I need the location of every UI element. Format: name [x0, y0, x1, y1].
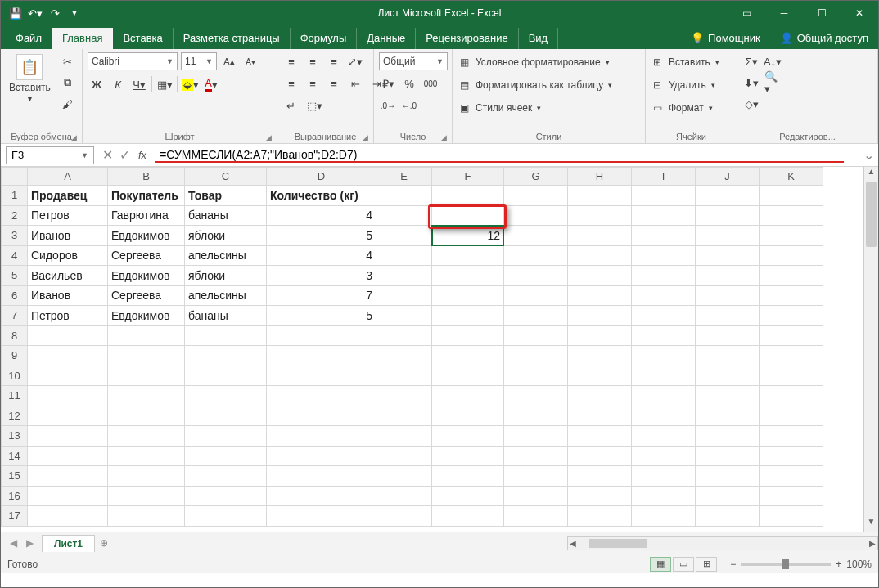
- cell-G4[interactable]: [504, 245, 568, 266]
- cut-icon[interactable]: ✂: [59, 52, 77, 70]
- cell-C5[interactable]: яблоки: [185, 266, 267, 286]
- insert-cells-button[interactable]: ⊞Вставить▾: [651, 52, 719, 72]
- cell-E3[interactable]: [376, 226, 432, 246]
- cell-E16[interactable]: [376, 486, 432, 506]
- cell-C16[interactable]: [185, 486, 267, 506]
- cell-F12[interactable]: [432, 406, 504, 426]
- chevron-down-icon[interactable]: ▼: [433, 57, 444, 65]
- cell-B14[interactable]: [108, 446, 185, 466]
- fx-icon[interactable]: fx: [138, 149, 155, 161]
- cell-H13[interactable]: [568, 426, 632, 447]
- cell-B3[interactable]: Евдокимов: [108, 226, 185, 246]
- cell-C13[interactable]: [185, 426, 267, 447]
- col-header-G[interactable]: G: [504, 168, 568, 186]
- cell-G1[interactable]: [504, 186, 568, 206]
- borders-icon[interactable]: ▦▾: [156, 75, 174, 93]
- cell-G14[interactable]: [504, 446, 568, 466]
- undo-icon[interactable]: ↶▾: [27, 5, 43, 21]
- cell-I12[interactable]: [632, 406, 696, 426]
- fill-color-icon[interactable]: ⬙▾: [181, 75, 199, 93]
- cell-E7[interactable]: [376, 306, 432, 326]
- increase-decimal-icon[interactable]: .0→: [379, 97, 397, 114]
- cell-E14[interactable]: [376, 446, 432, 466]
- cell-J13[interactable]: [696, 426, 760, 447]
- cell-G3[interactable]: [504, 226, 568, 246]
- cell-B9[interactable]: [108, 346, 185, 366]
- save-icon[interactable]: 💾: [7, 5, 24, 21]
- cell-I5[interactable]: [632, 266, 696, 286]
- cell-K3[interactable]: [760, 226, 823, 246]
- cell-A15[interactable]: [28, 466, 108, 487]
- new-sheet-icon[interactable]: ⊕: [95, 537, 113, 549]
- cell-I4[interactable]: [632, 245, 696, 266]
- cell-J1[interactable]: [696, 186, 760, 206]
- cell-A8[interactable]: [28, 325, 108, 346]
- cell-G16[interactable]: [504, 486, 568, 506]
- cell-J14[interactable]: [696, 446, 760, 466]
- cell-I16[interactable]: [632, 486, 696, 506]
- cell-K6[interactable]: [760, 285, 823, 306]
- cell-H16[interactable]: [568, 486, 632, 506]
- find-select-icon[interactable]: 🔍▾: [764, 74, 782, 92]
- cell-K11[interactable]: [760, 386, 823, 406]
- paste-button[interactable]: 📋 Вставить ▼: [6, 52, 54, 105]
- align-left-icon[interactable]: ≡: [282, 74, 300, 92]
- cell-H10[interactable]: [568, 366, 632, 386]
- cell-K13[interactable]: [760, 426, 823, 447]
- cell-E17[interactable]: [376, 506, 432, 527]
- expand-formula-bar-icon[interactable]: ⌄: [863, 147, 878, 163]
- scroll-down-icon[interactable]: ▼: [864, 517, 878, 532]
- cell-K7[interactable]: [760, 306, 823, 326]
- cell-C2[interactable]: бананы: [185, 205, 267, 226]
- cell-K9[interactable]: [760, 346, 823, 366]
- cell-G12[interactable]: [504, 406, 568, 426]
- cell-A3[interactable]: Иванов: [28, 226, 108, 246]
- cell-B10[interactable]: [108, 366, 185, 386]
- cell-G11[interactable]: [504, 386, 568, 406]
- chevron-down-icon[interactable]: ▼: [202, 57, 213, 65]
- cancel-formula-icon[interactable]: ✕: [102, 147, 113, 163]
- page-break-view-icon[interactable]: ⊞: [696, 557, 717, 572]
- col-header-C[interactable]: C: [185, 168, 267, 186]
- cell-A6[interactable]: Иванов: [28, 285, 108, 306]
- col-header-E[interactable]: E: [376, 168, 432, 186]
- cell-D14[interactable]: [267, 446, 376, 466]
- sort-filter-icon[interactable]: A↓▾: [764, 52, 782, 70]
- cell-K17[interactable]: [760, 506, 823, 527]
- cell-A2[interactable]: Петров: [28, 205, 108, 226]
- close-icon[interactable]: ✕: [841, 1, 878, 25]
- percent-icon[interactable]: %: [400, 74, 418, 92]
- format-painter-icon[interactable]: 🖌: [59, 95, 77, 113]
- cell-J7[interactable]: [696, 306, 760, 326]
- cell-J16[interactable]: [696, 486, 760, 506]
- cell-G10[interactable]: [504, 366, 568, 386]
- cell-C12[interactable]: [185, 406, 267, 426]
- cell-I8[interactable]: [632, 325, 696, 346]
- cell-F10[interactable]: [432, 366, 504, 386]
- cell-G8[interactable]: [504, 325, 568, 346]
- sheet-nav-next-icon[interactable]: ▶: [22, 537, 37, 549]
- cell-J12[interactable]: [696, 406, 760, 426]
- cell-I10[interactable]: [632, 366, 696, 386]
- scroll-up-icon[interactable]: ▲: [864, 167, 878, 182]
- cell-I2[interactable]: [632, 205, 696, 226]
- cell-B2[interactable]: Гаврютина: [108, 205, 185, 226]
- cell-K4[interactable]: [760, 245, 823, 266]
- decrease-font-icon[interactable]: A▾: [241, 52, 259, 70]
- alignment-dialog-launcher[interactable]: ◢: [363, 133, 368, 141]
- align-top-icon[interactable]: ≡: [282, 52, 300, 70]
- cell-F7[interactable]: [432, 306, 504, 326]
- col-header-I[interactable]: I: [632, 168, 696, 186]
- ribbon-options-icon[interactable]: ▭: [728, 1, 765, 25]
- cell-F5[interactable]: [432, 266, 504, 286]
- cell-I13[interactable]: [632, 426, 696, 447]
- cell-C17[interactable]: [185, 506, 267, 527]
- sheet-tab-active[interactable]: Лист1: [42, 535, 95, 552]
- minimize-icon[interactable]: ─: [765, 1, 803, 25]
- cell-H2[interactable]: [568, 205, 632, 226]
- cell-E10[interactable]: [376, 366, 432, 386]
- cell-F4[interactable]: [432, 245, 504, 266]
- decrease-indent-icon[interactable]: ⇤: [346, 74, 364, 92]
- font-dialog-launcher[interactable]: ◢: [266, 133, 272, 141]
- cell-H3[interactable]: [568, 226, 632, 246]
